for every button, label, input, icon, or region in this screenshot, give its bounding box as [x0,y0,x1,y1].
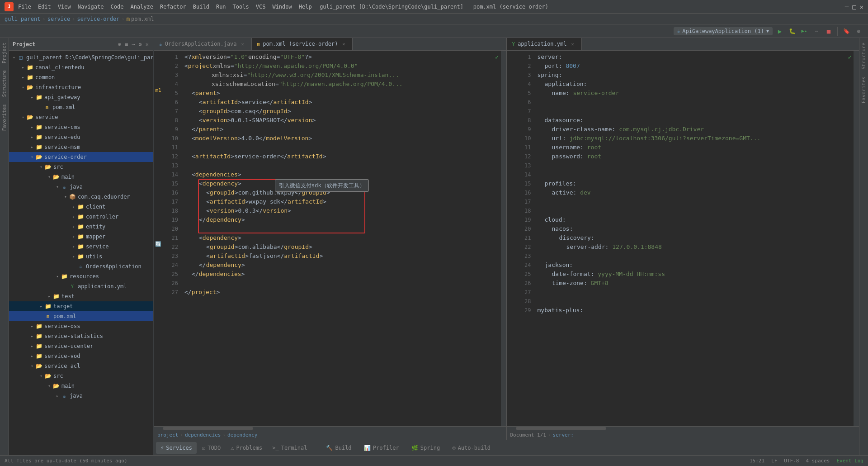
tab-close-icon[interactable]: ✕ [340,41,347,47]
close-button[interactable]: ✕ [860,3,863,10]
tab-build[interactable]: 🔨 Build [321,442,356,454]
tab-terminal[interactable]: >_ Terminal [268,442,311,454]
right-scroll-gutter[interactable] [501,51,506,426]
yaml-right-gutter[interactable] [854,51,859,426]
show-options-icon[interactable]: ⋯ [131,40,136,48]
tab-pom-order[interactable]: m pom.xml (service-order) ✕ [252,38,353,50]
horizontal-scrollbar-left[interactable] [154,426,506,430]
pom-xml-content[interactable]: <?xml version="1.0" encoding="UTF-8"?> <… [181,51,501,426]
tab-application-yml[interactable]: Y application.yml ✕ [507,38,582,50]
yaml-content[interactable]: server: port: 8007 spring: application: [534,51,854,426]
tree-item-client[interactable]: ▸ 📁 client [9,202,153,212]
menu-edit[interactable]: Edit [38,4,51,10]
bc-root[interactable]: guli_parent [5,16,40,22]
tab-todo[interactable]: ☑ TODO [198,442,225,454]
tree-item-controller[interactable]: ▸ 📁 controller [9,212,153,222]
tab-spring[interactable]: 🌿 Spring [407,442,444,454]
tree-item-api-gateway[interactable]: ▸ 📁 api_gateway [9,92,153,102]
tree-item-target[interactable]: ▸ 📁 target [9,301,153,311]
tree-item-service-order[interactable]: ▾ 📂 service-order [9,152,153,162]
status-encoding[interactable]: UTF-8 [784,458,799,464]
status-event-log[interactable]: Event Log [836,458,863,464]
tree-item-src-acl[interactable]: ▾ 📂 src [9,371,153,381]
gear-icon[interactable]: ⚙ [138,40,143,48]
horizontal-scrollbar-right[interactable] [507,426,859,430]
run-config-selector[interactable]: ☕ ApiGatewayApplication (1) ▼ [674,27,773,35]
menu-run[interactable]: Run [216,4,226,10]
tree-item-service-vod[interactable]: ▸ 📁 service-vod [9,351,153,361]
tree-item-guli-parent[interactable]: ▾ ◫ guli_parent D:\Code\SpringCode\guli_… [9,52,153,62]
pom-xml-editor[interactable]: m1 🔄 12345 678910 1112131415 1617181920 … [154,51,506,426]
tab-orders-app[interactable]: ☕ OrdersApplication.java ✕ [154,38,252,50]
tab-profiler[interactable]: 📊 Profiler [359,442,404,454]
run-with-coverage-button[interactable]: ▶▸ [799,26,809,36]
menu-vcs[interactable]: VCS [256,4,266,10]
tab-close-icon[interactable]: ✕ [570,41,576,47]
close-panel-icon[interactable]: ✕ [145,40,150,48]
bc-dependency[interactable]: dependency [227,432,257,438]
menu-tools[interactable]: Tools [233,4,249,10]
tree-item-entity[interactable]: ▸ 📁 entity [9,222,153,232]
bookmark-button[interactable]: 🔖 [841,26,851,36]
menu-refactor[interactable]: Refactor [160,4,186,10]
bc-server[interactable]: server: [553,432,574,438]
tree-item-pom-order[interactable]: m pom.xml [9,311,153,321]
tab-auto-build[interactable]: ⚙ Auto-build [448,442,495,454]
debug-button[interactable]: 🐛 [787,26,797,36]
tree-item-service-statistics[interactable]: ▸ 📁 service-statistics [9,331,153,341]
tree-item-common[interactable]: ▸ 📁 common [9,72,153,82]
tree-item-src[interactable]: ▾ 📂 src [9,162,153,172]
bc-service[interactable]: service [47,16,71,22]
tree-item-package[interactable]: ▾ 📦 com.caq.eduorder [9,192,153,202]
tree-item-utils[interactable]: ▸ 📁 utils [9,252,153,262]
maximize-button[interactable]: □ [852,3,856,10]
tab-services[interactable]: ⚡ Services [156,442,197,454]
tree-item-application-yml[interactable]: Y application.yml [9,281,153,291]
favorites-panel-label[interactable]: Favorites [860,74,868,106]
tree-item-infrastructure[interactable]: ▾ 📂 infrastructure [9,82,153,92]
menu-window[interactable]: Window [272,4,292,10]
bc-service-order[interactable]: service-order [77,16,120,22]
status-time[interactable]: 15:21 [750,458,764,464]
run-button[interactable]: ▶ [775,26,785,36]
tree-item-pom-infra[interactable]: m pom.xml [9,102,153,112]
tree-item-test[interactable]: ▸ 📁 test [9,291,153,301]
menu-navigate[interactable]: Navigate [78,4,104,10]
tree-item-service-pkg[interactable]: ▸ 📁 service [9,242,153,252]
tree-item-service-cms[interactable]: ▸ 📁 service-cms [9,122,153,132]
menu-view[interactable]: View [58,4,71,10]
menu-file[interactable]: File [18,4,31,10]
scroll-to-source-icon[interactable]: ⊕ [117,40,122,48]
collapse-all-icon[interactable]: ≡ [124,40,129,48]
tree-item-service-edu[interactable]: ▸ 📁 service-edu [9,132,153,142]
yaml-editor[interactable]: 12345 678910 1112131415 1617181920 21222… [507,51,859,426]
menu-analyze[interactable]: Analyze [130,4,153,10]
tree-item-java-acl[interactable]: ▸ ☕ java [9,391,153,401]
minimize-button[interactable]: ─ [845,3,849,10]
tree-item-service-oss[interactable]: ▸ 📁 service-oss [9,321,153,331]
bc-project[interactable]: project [157,432,178,438]
menu-code[interactable]: Code [111,4,124,10]
project-strip-label[interactable]: Project [0,40,8,66]
tree-item-resources[interactable]: ▾ 📁 resources [9,271,153,281]
tab-problems[interactable]: ⚠ Problems [226,442,267,454]
stop-button[interactable]: ■ [824,26,834,36]
structure-panel-label[interactable]: Structure [860,40,868,72]
tree-item-java[interactable]: ▾ ☕ java [9,182,153,192]
menu-build[interactable]: Build [193,4,209,10]
tree-item-service-msm[interactable]: ▸ 📁 service-msm [9,142,153,152]
tree-item-canal[interactable]: ▸ 📁 canal_clientedu [9,62,153,72]
tree-item-main[interactable]: ▾ 📂 main [9,172,153,182]
tree-item-main-acl[interactable]: ▾ 📂 main [9,381,153,391]
tree-item-service-acl[interactable]: ▾ 📂 service_acl [9,361,153,371]
more-run-button[interactable]: ⋯ [811,26,821,36]
status-line-ending[interactable]: LF [771,458,777,464]
tree-item-service[interactable]: ▾ 📂 service [9,112,153,122]
settings-button[interactable]: ⚙ [854,26,863,36]
tree-item-orders-app[interactable]: ☕ OrdersApplication [9,262,153,271]
tree-item-mapper[interactable]: ▸ 📁 mapper [9,232,153,242]
tab-close-icon[interactable]: ✕ [240,41,246,47]
menu-help[interactable]: Help [299,4,312,10]
status-indent[interactable]: 4 spaces [806,458,830,464]
tree-item-service-ucenter[interactable]: ▸ 📁 service-ucenter [9,341,153,351]
